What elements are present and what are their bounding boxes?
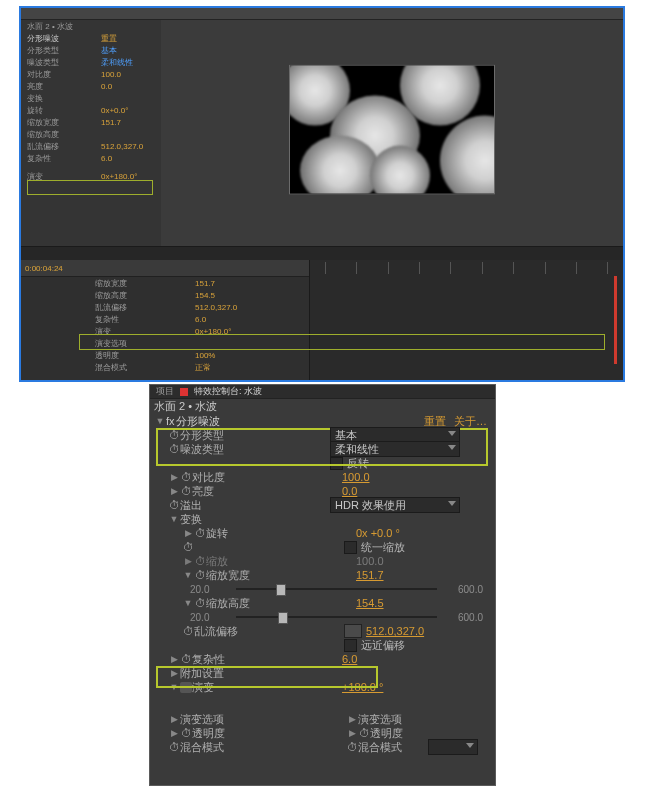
mini-evolution[interactable]: 演变 (27, 171, 97, 182)
scale-label: 缩放 (206, 554, 356, 569)
twirl-icon[interactable]: ▶ (168, 472, 180, 482)
blend-mode-dropdown[interactable] (428, 739, 478, 755)
mini-transform[interactable]: 变换 (27, 93, 97, 104)
brightness-value[interactable]: 0.0 (342, 485, 357, 497)
tl-turb[interactable]: 乱流偏移 (95, 302, 191, 313)
contrast-value[interactable]: 100.0 (342, 471, 370, 483)
rotation-value[interactable]: 0x +0.0 ° (356, 527, 400, 539)
stopwatch-icon[interactable]: ⏱ (182, 625, 194, 637)
stopwatch-icon[interactable]: ⏱ (168, 741, 180, 753)
scale-width-value[interactable]: 151.7 (356, 569, 384, 581)
twirl-icon[interactable]: ▼ (168, 514, 180, 524)
mini-scaleh[interactable]: 缩放高度 (27, 129, 97, 140)
effect-name[interactable]: 分形噪波 (176, 414, 326, 429)
mini-reset[interactable]: 重置 (101, 33, 117, 44)
uniform-scale-label: 统一缩放 (361, 540, 405, 555)
twirl-icon[interactable]: ▶ (168, 654, 180, 664)
time-ruler[interactable] (309, 260, 623, 276)
mini-effect-name[interactable]: 分形噪波 (27, 33, 97, 44)
scale-height-slider[interactable]: 20.0 600.0 (150, 610, 495, 624)
mini-brightness[interactable]: 亮度 (27, 81, 97, 92)
twirl-icon[interactable]: ▼ (182, 570, 194, 580)
mini-complex[interactable]: 复杂性 (27, 153, 97, 164)
stopwatch-icon[interactable]: ⏱ (182, 541, 194, 553)
stopwatch-icon[interactable]: ⏱ (194, 597, 206, 609)
point-picker-icon[interactable] (344, 624, 362, 638)
mini-turb[interactable]: 乱流偏移 (27, 141, 97, 152)
mini-rotation[interactable]: 旋转 (27, 105, 97, 116)
noise-type-label: 噪波类型 (180, 442, 330, 457)
stopwatch-icon[interactable]: ⏱ (194, 527, 206, 539)
close-icon[interactable] (180, 388, 188, 396)
rotation-label: 旋转 (206, 526, 356, 541)
mini-noise-type[interactable]: 噪波类型 (27, 57, 97, 68)
scale-height-value[interactable]: 154.5 (356, 597, 384, 609)
complexity-value[interactable]: 6.0 (342, 653, 357, 665)
transform-group[interactable]: 变换 (180, 512, 330, 527)
preview-canvas[interactable] (289, 65, 495, 195)
tl-evolution[interactable]: 演变 (95, 326, 191, 337)
current-timecode[interactable]: 0:00:04:24 (25, 264, 63, 273)
stopwatch-icon[interactable]: ⏱ (168, 499, 180, 511)
tl-evo-opts[interactable]: 演变选项 (95, 338, 191, 349)
overflow-dropdown[interactable]: HDR 效果使用 (330, 497, 460, 513)
uniform-scale-checkbox[interactable] (344, 541, 357, 554)
turbulence-offset-value[interactable]: 512.0,327.0 (366, 625, 424, 637)
tl-complex[interactable]: 复杂性 (95, 314, 191, 325)
stopwatch-icon[interactable]: ⏱ (358, 727, 370, 739)
keyframe-stopwatch-icon[interactable] (180, 682, 192, 693)
scale-width-slider[interactable]: 20.0 600.0 (150, 582, 495, 596)
scale-height-label: 缩放高度 (206, 596, 356, 611)
tl-scalew[interactable]: 缩放宽度 (95, 278, 191, 289)
chevron-down-icon (448, 501, 456, 506)
twirl-icon[interactable]: ▼ (182, 598, 194, 608)
stopwatch-icon[interactable]: ⏱ (346, 741, 358, 753)
time-indicator[interactable] (614, 276, 617, 364)
tl-scaleh[interactable]: 缩放高度 (95, 290, 191, 301)
mini-fractal-type[interactable]: 分形类型 (27, 45, 97, 56)
twirl-icon[interactable]: ▶ (346, 714, 358, 724)
twirl-icon[interactable]: ▶ (168, 728, 180, 738)
mini-scalew[interactable]: 缩放宽度 (27, 117, 97, 128)
twirl-icon[interactable]: ▼ (168, 682, 180, 692)
stopwatch-icon[interactable]: ⏱ (180, 471, 192, 483)
invert-label: 反转 (347, 456, 369, 471)
tab-effect-controls[interactable]: 特效控制台: 水波 (194, 385, 262, 398)
chevron-down-icon (448, 431, 456, 436)
stopwatch-icon[interactable]: ⏱ (180, 727, 192, 739)
stopwatch-icon[interactable]: ⏱ (194, 569, 206, 581)
tab-project[interactable]: 项目 (156, 385, 174, 398)
twirl-icon[interactable]: ▶ (182, 528, 194, 538)
panel-tabbar[interactable]: 项目 特效控制台: 水波 (150, 385, 495, 399)
right-evolution-options[interactable]: 演变选项 (358, 712, 508, 727)
twirl-icon[interactable]: ▶ (168, 486, 180, 496)
noise-type-dropdown[interactable]: 柔和线性 (330, 441, 460, 457)
evolution-options-label[interactable]: 演变选项 (180, 712, 330, 727)
tl-opacity[interactable]: 透明度 (95, 350, 191, 361)
stopwatch-icon[interactable]: ⏱ (180, 485, 192, 497)
timeline-graph-area[interactable] (309, 260, 623, 380)
stopwatch-icon[interactable]: ⏱ (180, 653, 192, 665)
stopwatch-icon[interactable]: ⏱ (168, 443, 180, 455)
viewer-tabbar[interactable] (161, 8, 623, 20)
evolution-value[interactable]: +180.0 ° (342, 681, 383, 693)
mini-breadcrumb: 水面 2 • 水波 (27, 21, 97, 32)
composition-viewer[interactable] (161, 8, 623, 246)
timeline-panel[interactable]: 0:00:04:24 缩放宽度151.7 缩放高度154.5 乱流偏移512.0… (21, 260, 623, 380)
twirl-icon[interactable]: ▶ (346, 728, 358, 738)
twirl-icon[interactable]: ▶ (168, 668, 180, 678)
mini-contrast[interactable]: 对比度 (27, 69, 97, 80)
breadcrumb: 水面 2 • 水波 (150, 399, 495, 414)
stopwatch-icon[interactable]: ⏱ (168, 429, 180, 441)
fx-toggle-icon[interactable]: fx (166, 415, 176, 427)
mini-tabbar[interactable] (21, 8, 161, 20)
tl-blend[interactable]: 混合模式 (95, 362, 191, 373)
sub-settings-label[interactable]: 附加设置 (180, 666, 330, 681)
perspective-offset-checkbox[interactable] (344, 639, 357, 652)
invert-checkbox[interactable] (330, 457, 343, 470)
ae-top-screenshot: 水面 2 • 水波 分形噪波重置 分形类型基本 噪波类型柔和线性 对比度100.… (19, 6, 625, 382)
twirl-icon[interactable]: ▼ (154, 416, 166, 426)
viewer-footer-bar[interactable] (21, 246, 623, 261)
opacity-label: 透明度 (192, 726, 342, 741)
twirl-icon[interactable]: ▶ (168, 714, 180, 724)
